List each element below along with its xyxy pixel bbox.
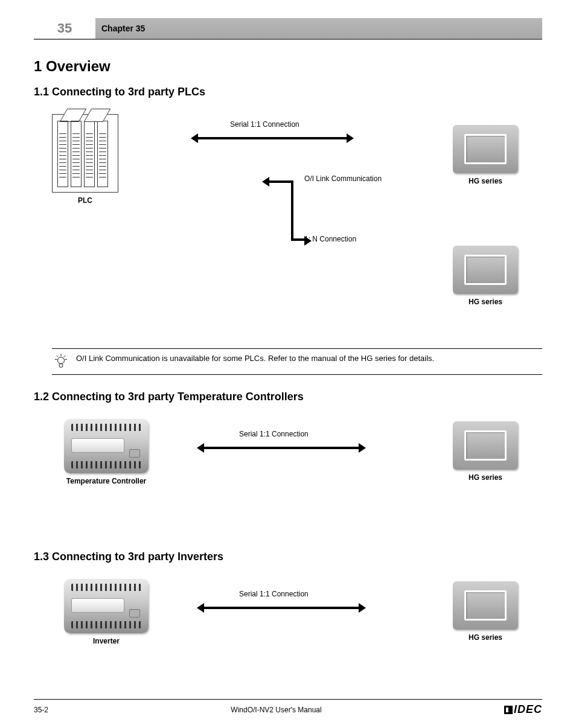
hg-label-4: HG series <box>453 633 518 642</box>
hg-device-illustration <box>453 125 518 173</box>
note-text: O/I Link Communication is unavailable fo… <box>76 354 434 363</box>
inverter-illustration <box>64 579 149 633</box>
hg-block-4: HG series <box>453 581 518 642</box>
manual-title: WindO/I-NV2 User's Manual <box>231 706 321 714</box>
diagram-temp-controller: Temperature Controller Serial 1:1 Connec… <box>52 419 542 540</box>
connection-label: Serial 1:1 Connection <box>230 120 299 129</box>
plc-block: PLC <box>52 114 118 205</box>
subsection-title-1: 1.1 Connecting to 3rd party PLCs <box>34 86 542 98</box>
logo-square-icon <box>504 706 513 714</box>
chapter-title-box: Chapter 35 <box>95 18 542 40</box>
idec-logo: IDEC <box>504 703 542 716</box>
page-header: 35 Chapter 35 <box>34 18 542 40</box>
hg-label-1: HG series <box>453 177 518 185</box>
connection-label-2: Serial 1:1 Connection <box>239 430 309 438</box>
lightbulb-icon <box>54 354 68 369</box>
diagram-inverter: Inverter Serial 1:1 Connection HG series <box>52 579 542 688</box>
branch-label-2: 1: N Connection <box>304 235 356 243</box>
controller-illustration <box>64 419 149 473</box>
svg-point-5 <box>58 357 65 364</box>
hg-label-2: HG series <box>453 298 518 306</box>
subsection-title-3: 1.3 Connecting to 3rd party Inverters <box>34 551 542 563</box>
subsection-title-2: 1.2 Connecting to 3rd party Temperature … <box>34 391 542 403</box>
inverter-block: Inverter <box>64 579 149 645</box>
section-title: 1 Overview <box>34 58 542 75</box>
double-arrow-icon <box>197 137 348 139</box>
hg-device-illustration <box>453 246 518 294</box>
double-arrow-icon <box>203 607 360 609</box>
controller-block: Temperature Controller <box>64 419 149 485</box>
page-number: 35-2 <box>34 706 48 714</box>
hg-device-illustration <box>453 581 518 630</box>
plc-label: PLC <box>52 196 118 205</box>
hg-block-2: HG series <box>453 246 518 306</box>
double-arrow-icon <box>203 447 360 449</box>
note-block: O/I Link Communication is unavailable fo… <box>52 348 542 375</box>
connection-label-3: Serial 1:1 Connection <box>239 590 309 598</box>
hg-block-3: HG series <box>453 421 518 482</box>
branch-label-1: O/I Link Communication <box>304 174 382 183</box>
plc-illustration <box>52 114 118 193</box>
hg-device-illustration <box>453 421 518 470</box>
hg-label-3: HG series <box>453 473 518 482</box>
diagram-plc-connection: PLC Serial 1:1 Connection O/I Link Commu… <box>52 114 542 337</box>
inverter-label: Inverter <box>64 637 149 645</box>
chapter-number-box: 35 <box>34 18 95 40</box>
page-footer: 35-2 WindO/I-NV2 User's Manual IDEC <box>34 699 542 716</box>
svg-rect-6 <box>59 364 63 368</box>
hg-block-1: HG series <box>453 125 518 185</box>
controller-label: Temperature Controller <box>64 477 149 485</box>
svg-line-2 <box>64 356 66 357</box>
svg-line-1 <box>57 356 59 357</box>
